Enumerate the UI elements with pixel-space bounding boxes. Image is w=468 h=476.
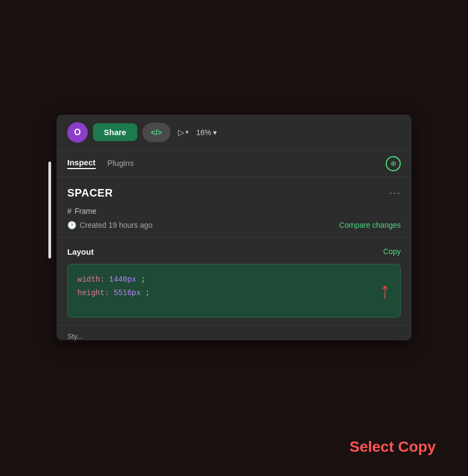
layout-header: Layout Copy bbox=[67, 247, 401, 256]
bottom-partial-section: Sty... bbox=[56, 325, 412, 340]
width-value: 1440px bbox=[109, 275, 136, 284]
created-text: Created 19 hours ago bbox=[80, 221, 152, 229]
inspect-panel: O Share </> ▷ ▾ 16% ▾ Inspect Plugins ⊕ … bbox=[56, 115, 412, 340]
globe-icon-button[interactable]: ⊕ bbox=[386, 156, 401, 171]
created-row: 🕐 Created 19 hours ago Compare changes bbox=[67, 221, 401, 229]
component-name: SPACER bbox=[67, 187, 113, 199]
play-dropdown-arrow: ▾ bbox=[186, 129, 189, 136]
hash-icon: # bbox=[67, 207, 72, 215]
height-value: 5516px bbox=[114, 289, 140, 297]
layout-title: Layout bbox=[67, 247, 94, 256]
frame-label: # Frame bbox=[67, 207, 96, 215]
frame-type-label: Frame bbox=[75, 207, 96, 215]
toolbar: O Share </> ▷ ▾ 16% ▾ bbox=[56, 115, 412, 151]
code-line-height: height: 5516px ; bbox=[77, 286, 391, 300]
tab-inspect[interactable]: Inspect bbox=[67, 158, 96, 169]
copy-button[interactable]: Copy bbox=[383, 247, 401, 256]
left-sidebar-indicator bbox=[48, 162, 51, 258]
height-prop: height: bbox=[77, 289, 109, 297]
zoom-value: 16% bbox=[196, 128, 211, 137]
zoom-control[interactable]: 16% ▾ bbox=[196, 128, 217, 137]
play-button-group[interactable]: ▷ ▾ bbox=[178, 128, 189, 137]
section-title-row: SPACER ··· bbox=[67, 187, 401, 199]
frame-type-row: # Frame bbox=[67, 207, 401, 215]
code-button[interactable]: </> bbox=[143, 123, 171, 142]
component-info-section: SPACER ··· # Frame 🕐 Created 19 hours ag… bbox=[56, 177, 412, 237]
partial-label: Sty... bbox=[67, 332, 83, 340]
code-line-width: width: 1440px ; bbox=[77, 273, 391, 286]
tabs-row: Inspect Plugins ⊕ bbox=[56, 151, 412, 177]
tab-plugins[interactable]: Plugins bbox=[108, 158, 134, 169]
user-avatar[interactable]: O bbox=[67, 122, 88, 143]
play-icon: ▷ bbox=[178, 128, 185, 137]
width-prop: width: bbox=[77, 275, 104, 284]
width-semicolon: ; bbox=[141, 275, 145, 284]
more-options-button[interactable]: ··· bbox=[389, 187, 401, 199]
select-copy-hint: Select Copy bbox=[350, 438, 436, 456]
created-label: 🕐 Created 19 hours ago bbox=[67, 221, 152, 229]
compare-changes-link[interactable]: Compare changes bbox=[339, 221, 401, 229]
code-block: width: 1440px ; height: 5516px ; ↑ bbox=[67, 264, 401, 318]
height-semicolon: ; bbox=[145, 289, 150, 297]
share-button[interactable]: Share bbox=[93, 123, 137, 141]
up-arrow-icon: ↑ bbox=[379, 279, 391, 302]
zoom-dropdown-arrow: ▾ bbox=[213, 128, 217, 137]
tabs-left: Inspect Plugins bbox=[67, 158, 134, 169]
layout-section: Layout Copy width: 1440px ; height: 5516… bbox=[56, 237, 412, 325]
globe-icon: ⊕ bbox=[391, 159, 396, 167]
clock-icon: 🕐 bbox=[67, 221, 76, 229]
